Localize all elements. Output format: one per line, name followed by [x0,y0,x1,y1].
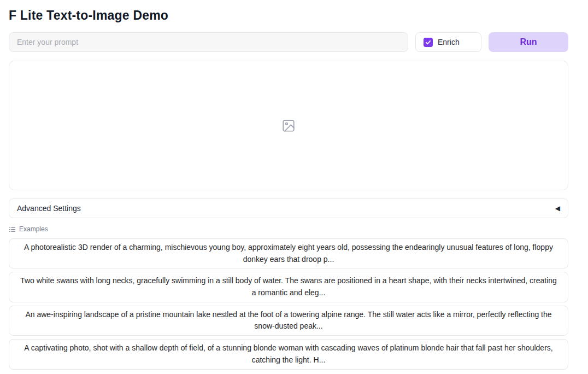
run-button[interactable]: Run [489,32,568,52]
advanced-settings-accordion[interactable]: Advanced Settings ◀ [9,198,568,218]
examples-label: Examples [19,225,48,233]
examples-list: A photorealistic 3D render of a charming… [9,238,568,370]
enrich-checkbox-container[interactable]: Enrich [415,32,481,52]
enrich-label: Enrich [438,38,460,46]
example-prompt-swans[interactable]: Two white swans with long necks, gracefu… [9,272,568,302]
example-prompt-blonde-woman[interactable]: A captivating photo, shot with a shallow… [9,339,568,369]
example-prompt-mountain-lake[interactable]: An awe-inspiring landscape of a pristine… [9,306,568,336]
list-icon [9,226,16,233]
enrich-checkbox[interactable] [424,38,433,47]
advanced-settings-label: Advanced Settings [17,204,81,213]
prompt-input[interactable] [9,32,408,52]
example-prompt-donkey-boy[interactable]: A photorealistic 3D render of a charming… [9,238,568,268]
image-placeholder-icon [281,119,296,133]
examples-header: Examples [9,225,568,233]
app-container: F Lite Text-to-Image Demo Enrich Run Adv… [9,0,568,374]
output-image-area[interactable] [9,61,568,190]
page-title: F Lite Text-to-Image Demo [9,8,568,23]
prompt-row: Enrich Run [9,32,568,52]
accordion-collapse-arrow-icon: ◀ [555,205,560,212]
check-icon [425,39,431,45]
